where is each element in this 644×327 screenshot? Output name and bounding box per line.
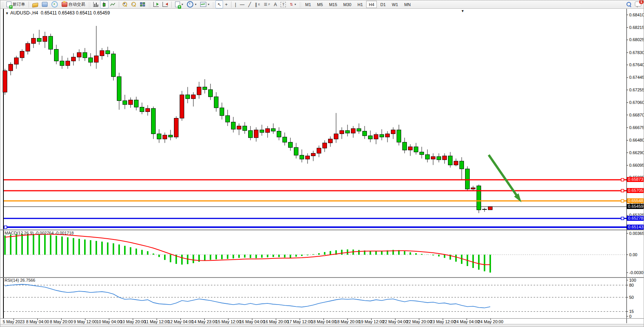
candle-body[interactable]	[100, 51, 104, 56]
candle-body[interactable]	[129, 100, 133, 105]
candle-body[interactable]	[32, 38, 36, 44]
candle-body[interactable]	[488, 207, 493, 210]
candle-body[interactable]	[334, 134, 338, 139]
candle-body[interactable]	[283, 137, 287, 142]
candle-body[interactable]	[237, 126, 241, 129]
candle-body[interactable]	[357, 129, 361, 131]
candle-body[interactable]	[386, 134, 390, 137]
candle-body[interactable]	[437, 156, 441, 160]
candle-body[interactable]	[289, 142, 293, 148]
candle-body[interactable]	[431, 156, 435, 159]
candle-body[interactable]	[197, 87, 201, 95]
macd-values: -0.002764 -0.001718	[35, 231, 73, 235]
bottom-scroll-strip[interactable]	[0, 324, 644, 327]
candle-body[interactable]	[368, 136, 373, 139]
candle-body[interactable]	[317, 148, 321, 153]
candle-body[interactable]	[340, 131, 344, 134]
candle-body[interactable]	[112, 54, 116, 77]
candle-body[interactable]	[397, 130, 401, 142]
candle-body[interactable]	[220, 108, 224, 116]
candle-body[interactable]	[169, 135, 173, 137]
candle-body[interactable]	[163, 135, 167, 139]
candle-body[interactable]	[72, 57, 76, 61]
candle-body[interactable]	[3, 71, 7, 92]
rsi-line	[5, 284, 490, 308]
candle-body[interactable]	[226, 116, 230, 122]
candle-body[interactable]	[94, 56, 99, 62]
candle-body[interactable]	[203, 87, 207, 90]
line-drag-handle[interactable]	[621, 189, 624, 192]
candle-body[interactable]	[134, 100, 139, 107]
chart-title: ▼AUDUSD-,H4 0.65411 0.65463 0.65411 0.65…	[5, 10, 110, 16]
candle-body[interactable]	[483, 209, 487, 210]
candle-body[interactable]	[403, 142, 407, 150]
candle-body[interactable]	[180, 95, 184, 118]
candle-body[interactable]	[157, 134, 161, 139]
candle-body[interactable]	[66, 61, 70, 65]
candle-body[interactable]	[123, 100, 127, 104]
candle-body[interactable]	[266, 129, 270, 132]
candle-body[interactable]	[14, 58, 19, 64]
candle-body[interactable]	[77, 53, 81, 57]
candle-body[interactable]	[311, 153, 316, 156]
candle-body[interactable]	[106, 51, 110, 54]
candle-body[interactable]	[26, 43, 30, 51]
candle-body[interactable]	[351, 129, 355, 133]
candle-body[interactable]	[471, 188, 475, 189]
price-line-tag: 0.65548	[627, 198, 644, 203]
candle-body[interactable]	[89, 58, 93, 62]
chart-canvas[interactable]	[0, 0, 644, 324]
line-drag-handle[interactable]	[621, 179, 624, 181]
candle-body[interactable]	[60, 61, 64, 65]
candle-body[interactable]	[243, 126, 247, 131]
collapse-icon[interactable]: ▼	[5, 11, 9, 15]
candle-body[interactable]	[363, 131, 367, 136]
line-drag-handle[interactable]	[4, 226, 7, 228]
candle-body[interactable]	[54, 49, 59, 61]
chart-shift-marker[interactable]: ▼	[461, 9, 464, 13]
candle-body[interactable]	[294, 147, 298, 155]
candle-body[interactable]	[346, 131, 350, 133]
candle-body[interactable]	[186, 95, 190, 99]
candle-body[interactable]	[249, 131, 253, 138]
line-drag-handle[interactable]	[621, 217, 624, 220]
candle-body[interactable]	[214, 97, 218, 108]
candle-body[interactable]	[174, 118, 179, 137]
candle-body[interactable]	[271, 129, 276, 131]
candle-body[interactable]	[426, 155, 430, 159]
trend-arrow-annotation[interactable]	[489, 155, 518, 198]
candle-body[interactable]	[300, 155, 304, 159]
candle-body[interactable]	[420, 152, 424, 155]
candle-body[interactable]	[448, 156, 453, 165]
candle-body[interactable]	[254, 130, 258, 138]
candle-body[interactable]	[391, 130, 395, 134]
candle-body[interactable]	[49, 36, 53, 49]
candle-body[interactable]	[443, 156, 447, 160]
candle-body[interactable]	[323, 143, 327, 148]
candle-body[interactable]	[260, 130, 264, 132]
candle-body[interactable]	[231, 122, 236, 129]
candle-body[interactable]	[460, 161, 464, 169]
candle-body[interactable]	[191, 95, 196, 99]
candle-body[interactable]	[380, 134, 384, 137]
candle-body[interactable]	[43, 36, 47, 41]
candle-body[interactable]	[306, 156, 310, 160]
candle-body[interactable]	[414, 147, 418, 152]
candle-body[interactable]	[140, 107, 144, 112]
candle-body[interactable]	[117, 77, 121, 100]
candle-body[interactable]	[151, 108, 156, 134]
candle-body[interactable]	[454, 161, 458, 165]
candle-body[interactable]	[465, 169, 470, 189]
candle-body[interactable]	[146, 108, 150, 112]
candle-body[interactable]	[328, 139, 333, 143]
candle-body[interactable]	[374, 134, 378, 139]
line-drag-handle[interactable]	[621, 199, 624, 202]
candle-body[interactable]	[20, 51, 24, 58]
candle-body[interactable]	[9, 64, 13, 71]
candle-body[interactable]	[209, 89, 213, 97]
candle-body[interactable]	[83, 53, 87, 58]
candle-body[interactable]	[37, 38, 41, 42]
candle-body[interactable]	[408, 147, 413, 150]
candle-body[interactable]	[277, 131, 281, 137]
candle-body[interactable]	[477, 186, 481, 210]
